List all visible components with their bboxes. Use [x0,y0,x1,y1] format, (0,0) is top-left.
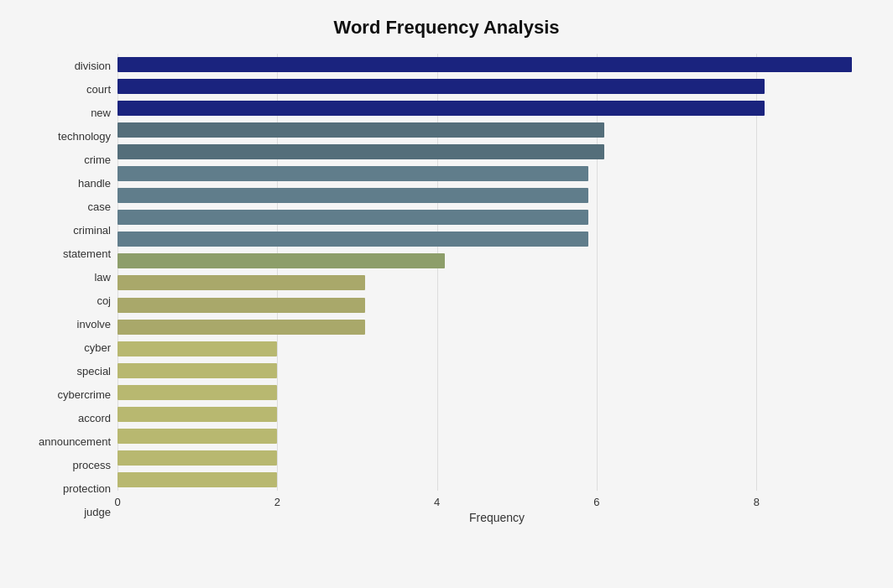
y-label: announcement [39,433,111,451]
bar-row [118,405,876,424]
bar [118,298,365,313]
y-axis: divisioncourtnewtechnologycrimehandlecas… [17,54,118,524]
bar [118,363,277,378]
bar [118,122,604,138]
bar [118,101,765,116]
bar [118,385,277,400]
y-label: crime [84,150,111,169]
bar [118,166,588,181]
x-axis: 02468 [118,491,876,507]
bar-row [118,186,876,205]
bar-row [118,362,876,380]
bars-and-xaxis: 02468 Frequency [118,54,876,524]
bars-area [118,54,876,491]
bar-row [118,230,876,248]
bar [118,144,604,159]
y-label: protection [63,480,111,498]
y-label: cyber [84,339,111,357]
x-axis-label: Frequency [118,511,876,524]
bar [118,275,365,290]
y-label: division [75,56,111,75]
bar-row [118,318,876,336]
y-label: coj [97,291,111,310]
y-label: cybercrime [57,386,111,404]
bar-row [118,273,876,292]
y-label: judge [84,503,111,522]
x-tick: 0 [114,496,120,508]
x-tick: 4 [434,496,440,508]
y-label: process [72,456,111,475]
x-tick: 6 [593,496,599,508]
bar-row [118,383,876,402]
bar-row [118,296,876,315]
y-label: court [86,80,111,98]
bar-row [118,99,876,117]
bar [118,407,277,422]
bar-row [118,427,876,445]
bar [118,79,765,94]
bar-row [118,340,876,358]
bar [118,450,277,466]
bar [118,210,588,225]
bar-row [118,471,876,489]
bar [118,188,588,203]
grid-line [597,54,598,491]
bar-row [118,143,876,161]
chart-title: Word Frequency Analysis [17,17,876,39]
y-label: law [94,268,111,286]
y-label: special [77,362,111,381]
bar [118,341,277,356]
bar-row [118,449,876,467]
x-tick: 2 [274,496,280,508]
x-tick: 8 [754,496,760,508]
bar [118,232,588,247]
y-label: involve [77,315,111,334]
bar-row [118,208,876,226]
bar-row [118,55,876,74]
bar-row [118,121,876,139]
grid-line [756,54,757,491]
bar-row [118,164,876,183]
chart-container: Word Frequency Analysis divisioncourtnew… [0,0,893,588]
y-label: case [88,197,111,216]
bar [118,320,365,335]
y-label: handle [78,174,111,192]
grid-line [437,54,438,491]
grid-line [277,54,278,491]
y-label: criminal [73,221,111,239]
y-label: technology [58,127,111,145]
bar-row [118,77,876,96]
grid-line [118,54,118,491]
bar [118,253,445,268]
y-label: statement [63,244,111,263]
bar [118,429,277,444]
y-label: accord [78,409,111,428]
chart-area: divisioncourtnewtechnologycrimehandlecas… [17,54,876,524]
bar [118,57,852,72]
y-label: new [91,103,111,122]
bar-row [118,252,876,270]
bar [118,472,277,487]
